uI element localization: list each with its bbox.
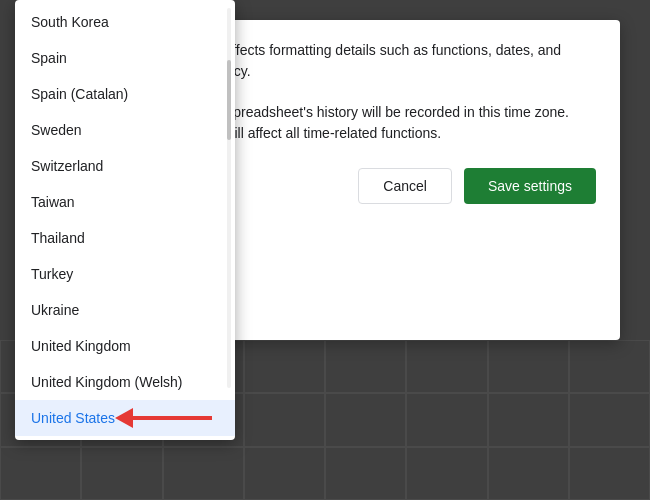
arrow-line <box>132 416 212 420</box>
timezone-description: Your spreadsheet's history will be recor… <box>194 102 596 144</box>
save-button[interactable]: Save settings <box>464 168 596 204</box>
dropdown-item[interactable]: Taiwan <box>15 184 235 220</box>
dropdown-item[interactable]: Turkey <box>15 256 235 292</box>
dropdown-item[interactable]: United Kingdom <box>15 328 235 364</box>
dialog-buttons: Cancel Save settings <box>194 168 596 204</box>
dropdown-item[interactable]: Thailand <box>15 220 235 256</box>
dropdown-item[interactable]: United Kingdom (Welsh) <box>15 364 235 400</box>
dropdown-item[interactable]: Spain <box>15 40 235 76</box>
locale-section: This affects formatting details such as … <box>194 40 596 82</box>
arrow-annotation <box>115 408 212 428</box>
settings-dialog: This affects formatting details such as … <box>170 20 620 340</box>
dropdown-item[interactable]: Switzerland <box>15 148 235 184</box>
dropdown-item[interactable]: Sweden <box>15 112 235 148</box>
locale-dropdown: SloveniaSouth KoreaSpainSpain (Catalan)S… <box>15 0 235 440</box>
dropdown-list-inner[interactable]: SloveniaSouth KoreaSpainSpain (Catalan)S… <box>15 0 235 440</box>
timezone-section: Your spreadsheet's history will be recor… <box>194 102 596 144</box>
dropdown-item[interactable]: Spain (Catalan) <box>15 76 235 112</box>
arrow-head-icon <box>115 408 133 428</box>
scrollbar-thumb[interactable] <box>227 60 231 140</box>
dropdown-item[interactable]: South Korea <box>15 4 235 40</box>
dropdown-item[interactable]: Ukraine <box>15 292 235 328</box>
locale-description: This affects formatting details such as … <box>194 40 596 82</box>
cancel-button[interactable]: Cancel <box>358 168 452 204</box>
